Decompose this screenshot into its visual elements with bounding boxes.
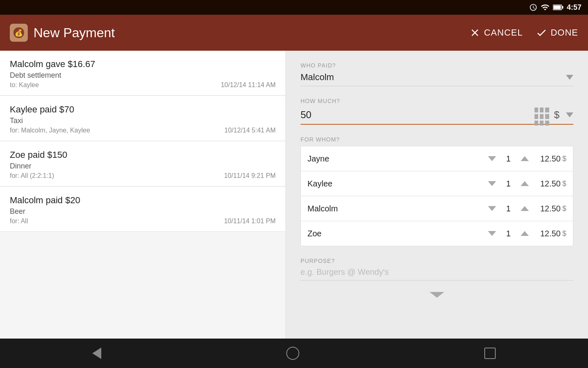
currency-symbol: $: [554, 109, 559, 121]
app-icon: 💰: [10, 24, 28, 42]
person-amount: 12.50: [532, 179, 561, 188]
payment-date: 10/11/14 9:21 PM: [224, 172, 276, 180]
payment-title: Kaylee paid $70: [10, 104, 276, 115]
new-payment-form[interactable]: WHO PAID? Malcolm HOW MUCH?: [286, 51, 588, 339]
status-bar: 4:57: [0, 0, 588, 15]
amount-input[interactable]: [301, 109, 535, 121]
chevron-down-icon: [488, 181, 496, 186]
person-amount: 12.50: [532, 154, 561, 164]
person-currency: $: [562, 229, 566, 238]
home-icon: [286, 347, 299, 360]
chevron-down-icon: [488, 156, 496, 161]
decrement-button[interactable]: [485, 176, 499, 191]
scroll-down-icon: [430, 292, 444, 298]
payment-list: Malcolm gave $16.67 Debt settlement to: …: [0, 51, 286, 339]
how-much-label: HOW MUCH?: [301, 98, 573, 104]
payment-for: to: Kaylee: [10, 81, 39, 89]
payment-meta: for: All (2:2:1:1) 10/11/14 9:21 PM: [10, 172, 276, 180]
payment-for: for: All: [10, 218, 28, 225]
top-bar-actions: CANCEL DONE: [469, 27, 578, 38]
who-paid-section: WHO PAID? Malcolm: [301, 62, 573, 86]
calculator-icon[interactable]: [535, 108, 549, 122]
payment-subtitle: Debt settlement: [10, 71, 276, 80]
done-icon: [536, 27, 547, 38]
payment-meta: for: Malcolm, Jayne, Kaylee 10/12/14 5:4…: [10, 127, 276, 134]
payment-date: 10/11/14 1:01 PM: [224, 218, 276, 225]
purpose-label: PURPOSE?: [301, 258, 573, 264]
increment-button[interactable]: [517, 201, 532, 216]
stepper-value: 1: [503, 154, 514, 164]
for-whom-label: FOR WHOM?: [301, 136, 573, 143]
nav-recent-button[interactable]: [484, 348, 496, 359]
nav-bar: [0, 339, 588, 368]
payment-item[interactable]: Kaylee paid $70 Taxi for: Malcolm, Jayne…: [0, 96, 285, 141]
nav-back-button[interactable]: [92, 348, 101, 359]
payment-item[interactable]: Zoe paid $150 Dinner for: All (2:2:1:1) …: [0, 141, 285, 186]
stepper-value: 1: [503, 179, 514, 188]
person-name: Zoe: [307, 229, 485, 238]
person-currency: $: [562, 180, 566, 188]
scroll-indicator: [301, 292, 573, 298]
person-row: Malcolm 1 12.50 $: [301, 196, 573, 221]
person-row: Zoe 1 12.50 $: [301, 221, 573, 246]
status-icons: 4:57: [529, 3, 581, 12]
who-paid-value: Malcolm: [301, 72, 561, 83]
alarm-icon: [529, 3, 537, 11]
payment-meta: to: Kaylee 10/12/14 11:14 AM: [10, 81, 276, 89]
stepper-value: 1: [503, 229, 514, 238]
amount-row: $: [301, 108, 573, 125]
payment-date: 10/12/14 11:14 AM: [221, 81, 276, 89]
chevron-down-icon: [488, 231, 496, 236]
svg-rect-2: [553, 6, 561, 9]
chevron-down-icon: [488, 206, 496, 211]
purpose-input[interactable]: [301, 267, 573, 280]
currency-row[interactable]: $: [554, 109, 573, 121]
person-name: Malcolm: [307, 204, 485, 213]
decrement-button[interactable]: [485, 201, 499, 216]
top-bar-left: 💰 New Payment: [10, 24, 115, 42]
chevron-up-icon: [521, 231, 529, 236]
person-currency: $: [562, 204, 566, 213]
person-currency: $: [562, 155, 566, 163]
done-label: DONE: [550, 27, 578, 38]
payment-title: Zoe paid $150: [10, 150, 276, 160]
chevron-up-icon: [521, 206, 529, 211]
decrement-button[interactable]: [485, 151, 499, 166]
payment-date: 10/12/14 5:41 AM: [225, 127, 276, 134]
payment-subtitle: Beer: [10, 207, 276, 216]
payment-title: Malcolm paid $20: [10, 195, 276, 206]
person-row: Jayne 1 12.50 $: [301, 146, 573, 171]
person-amount: 12.50: [532, 204, 561, 213]
who-paid-dropdown-arrow: [566, 75, 573, 80]
payment-subtitle: Taxi: [10, 117, 276, 125]
persons-list: Jayne 1 12.50 $ Kaylee 1 12.50 $ Malcolm…: [301, 146, 573, 246]
wifi-icon: [541, 3, 550, 12]
decrement-button[interactable]: [485, 226, 499, 241]
svg-rect-1: [562, 6, 563, 9]
main-content: Malcolm gave $16.67 Debt settlement to: …: [0, 51, 588, 339]
who-paid-select[interactable]: Malcolm: [301, 72, 573, 86]
person-amount: 12.50: [532, 229, 561, 238]
payment-title: Malcolm gave $16.67: [10, 59, 276, 70]
who-paid-label: WHO PAID?: [301, 62, 573, 69]
person-name: Kaylee: [307, 179, 485, 188]
page-title: New Payment: [33, 25, 115, 40]
how-much-section: HOW MUCH?: [301, 98, 573, 125]
battery-icon: [553, 3, 564, 11]
payment-for: for: All (2:2:1:1): [10, 172, 54, 180]
payment-item[interactable]: Malcolm paid $20 Beer for: All 10/11/14 …: [0, 187, 285, 232]
increment-button[interactable]: [517, 176, 532, 191]
svg-text:💰: 💰: [15, 29, 23, 37]
back-icon: [92, 348, 101, 359]
cancel-icon: [469, 27, 481, 38]
increment-button[interactable]: [517, 226, 532, 241]
purpose-section: PURPOSE?: [301, 258, 573, 280]
done-button[interactable]: DONE: [536, 27, 578, 38]
cancel-button[interactable]: CANCEL: [469, 27, 523, 38]
increment-button[interactable]: [517, 151, 532, 166]
cancel-label: CANCEL: [484, 27, 523, 38]
stepper-value: 1: [503, 204, 514, 213]
nav-home-button[interactable]: [286, 347, 299, 360]
person-row: Kaylee 1 12.50 $: [301, 171, 573, 196]
payment-item[interactable]: Malcolm gave $16.67 Debt settlement to: …: [0, 51, 285, 96]
